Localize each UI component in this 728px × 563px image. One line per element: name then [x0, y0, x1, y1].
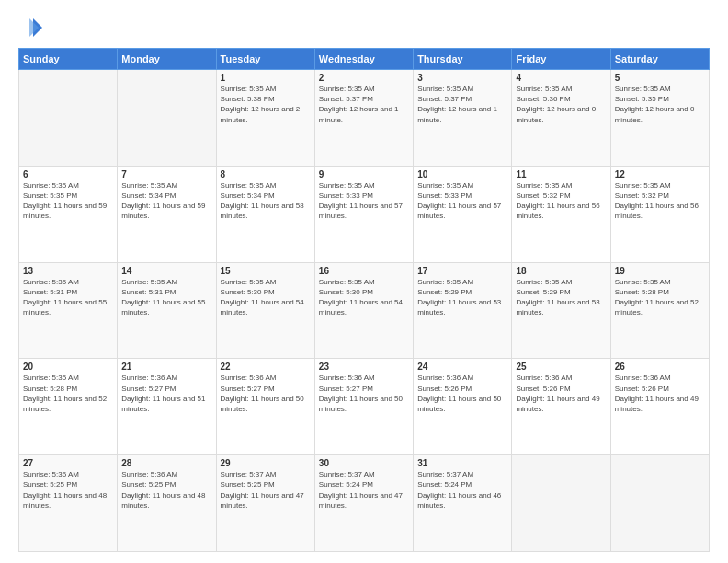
- day-number: 15: [221, 266, 311, 276]
- calendar-cell: 21 Sunrise: 5:36 AMSunset: 5:27 PMDaylig…: [118, 359, 216, 455]
- calendar-cell: 27 Sunrise: 5:36 AMSunset: 5:25 PMDaylig…: [19, 455, 118, 552]
- day-detail: Sunrise: 5:35 AMSunset: 5:29 PMDaylight:…: [417, 277, 507, 318]
- calendar-cell: 24 Sunrise: 5:36 AMSunset: 5:26 PMDaylig…: [414, 359, 512, 455]
- day-detail: Sunrise: 5:37 AMSunset: 5:25 PMDaylight:…: [221, 469, 311, 511]
- day-number: 18: [516, 266, 606, 276]
- day-detail: Sunrise: 5:35 AMSunset: 5:29 PMDaylight:…: [516, 277, 606, 318]
- calendar-cell: 30 Sunrise: 5:37 AMSunset: 5:24 PMDaylig…: [314, 455, 413, 552]
- day-number: 6: [23, 169, 113, 179]
- day-detail: Sunrise: 5:35 AMSunset: 5:31 PMDaylight:…: [23, 277, 113, 318]
- calendar-page: SundayMondayTuesdayWednesdayThursdayFrid…: [0, 0, 728, 563]
- day-detail: Sunrise: 5:37 AMSunset: 5:24 PMDaylight:…: [319, 469, 409, 511]
- day-number: 24: [417, 362, 507, 372]
- weekday-header-monday: Monday: [118, 49, 216, 70]
- day-detail: Sunrise: 5:35 AMSunset: 5:31 PMDaylight:…: [121, 277, 211, 318]
- day-number: 29: [221, 458, 311, 468]
- weekday-header-thursday: Thursday: [414, 49, 512, 70]
- calendar-cell: [118, 70, 216, 167]
- day-number: 19: [615, 266, 705, 276]
- day-number: 20: [23, 362, 113, 372]
- calendar-cell: 22 Sunrise: 5:36 AMSunset: 5:27 PMDaylig…: [216, 359, 314, 455]
- day-detail: Sunrise: 5:35 AMSunset: 5:33 PMDaylight:…: [417, 180, 507, 222]
- calendar-cell: 19 Sunrise: 5:35 AMSunset: 5:28 PMDaylig…: [610, 262, 709, 359]
- day-number: 11: [516, 169, 606, 179]
- day-detail: Sunrise: 5:36 AMSunset: 5:26 PMDaylight:…: [516, 373, 606, 414]
- day-detail: Sunrise: 5:35 AMSunset: 5:28 PMDaylight:…: [23, 373, 113, 414]
- calendar-cell: 13 Sunrise: 5:35 AMSunset: 5:31 PMDaylig…: [19, 262, 118, 359]
- calendar-cell: [19, 70, 118, 167]
- calendar-cell: [610, 455, 709, 552]
- weekday-header-saturday: Saturday: [610, 49, 709, 70]
- day-detail: Sunrise: 5:35 AMSunset: 5:35 PMDaylight:…: [615, 84, 705, 125]
- day-number: 27: [23, 458, 113, 468]
- calendar-cell: 9 Sunrise: 5:35 AMSunset: 5:33 PMDayligh…: [314, 166, 413, 262]
- day-detail: Sunrise: 5:35 AMSunset: 5:36 PMDaylight:…: [516, 84, 606, 125]
- day-detail: Sunrise: 5:37 AMSunset: 5:24 PMDaylight:…: [417, 469, 507, 511]
- week-row-4: 20 Sunrise: 5:35 AMSunset: 5:28 PMDaylig…: [19, 359, 710, 455]
- weekday-header-friday: Friday: [512, 49, 610, 70]
- day-number: 3: [417, 73, 507, 83]
- day-detail: Sunrise: 5:36 AMSunset: 5:25 PMDaylight:…: [121, 469, 211, 511]
- weekday-header-sunday: Sunday: [19, 49, 118, 70]
- day-number: 10: [417, 169, 507, 179]
- calendar-cell: [512, 455, 610, 552]
- calendar-table: SundayMondayTuesdayWednesdayThursdayFrid…: [18, 48, 710, 552]
- weekday-header-row: SundayMondayTuesdayWednesdayThursdayFrid…: [19, 49, 710, 70]
- day-number: 9: [319, 169, 409, 179]
- day-number: 21: [121, 362, 211, 372]
- day-number: 26: [615, 362, 705, 372]
- day-number: 2: [319, 73, 409, 83]
- day-detail: Sunrise: 5:35 AMSunset: 5:30 PMDaylight:…: [319, 277, 409, 318]
- day-detail: Sunrise: 5:35 AMSunset: 5:30 PMDaylight:…: [221, 277, 311, 318]
- day-number: 7: [121, 169, 211, 179]
- day-number: 8: [221, 169, 311, 179]
- day-number: 1: [221, 73, 311, 83]
- day-detail: Sunrise: 5:35 AMSunset: 5:28 PMDaylight:…: [615, 277, 705, 318]
- calendar-cell: 25 Sunrise: 5:36 AMSunset: 5:26 PMDaylig…: [512, 359, 610, 455]
- day-number: 30: [319, 458, 409, 468]
- day-number: 16: [319, 266, 409, 276]
- day-detail: Sunrise: 5:36 AMSunset: 5:27 PMDaylight:…: [319, 373, 409, 414]
- day-detail: Sunrise: 5:36 AMSunset: 5:26 PMDaylight:…: [417, 373, 507, 414]
- day-detail: Sunrise: 5:35 AMSunset: 5:32 PMDaylight:…: [615, 180, 705, 222]
- calendar-cell: 7 Sunrise: 5:35 AMSunset: 5:34 PMDayligh…: [118, 166, 216, 262]
- day-detail: Sunrise: 5:36 AMSunset: 5:26 PMDaylight:…: [615, 373, 705, 414]
- week-row-5: 27 Sunrise: 5:36 AMSunset: 5:25 PMDaylig…: [19, 455, 710, 552]
- day-number: 22: [221, 362, 311, 372]
- day-number: 14: [121, 266, 211, 276]
- week-row-2: 6 Sunrise: 5:35 AMSunset: 5:35 PMDayligh…: [19, 166, 710, 262]
- day-number: 28: [121, 458, 211, 468]
- calendar-cell: 16 Sunrise: 5:35 AMSunset: 5:30 PMDaylig…: [314, 262, 413, 359]
- week-row-1: 1 Sunrise: 5:35 AMSunset: 5:38 PMDayligh…: [19, 70, 710, 167]
- calendar-cell: 10 Sunrise: 5:35 AMSunset: 5:33 PMDaylig…: [414, 166, 512, 262]
- day-number: 13: [23, 266, 113, 276]
- calendar-cell: 1 Sunrise: 5:35 AMSunset: 5:38 PMDayligh…: [216, 70, 314, 167]
- day-detail: Sunrise: 5:35 AMSunset: 5:37 PMDaylight:…: [319, 84, 409, 125]
- day-detail: Sunrise: 5:35 AMSunset: 5:38 PMDaylight:…: [221, 84, 311, 125]
- calendar-cell: 4 Sunrise: 5:35 AMSunset: 5:36 PMDayligh…: [512, 70, 610, 167]
- day-number: 31: [417, 458, 507, 468]
- calendar-cell: 29 Sunrise: 5:37 AMSunset: 5:25 PMDaylig…: [216, 455, 314, 552]
- calendar-cell: 8 Sunrise: 5:35 AMSunset: 5:34 PMDayligh…: [216, 166, 314, 262]
- day-detail: Sunrise: 5:36 AMSunset: 5:25 PMDaylight:…: [23, 469, 113, 511]
- day-detail: Sunrise: 5:35 AMSunset: 5:33 PMDaylight:…: [319, 180, 409, 222]
- header: [18, 15, 710, 40]
- calendar-cell: 28 Sunrise: 5:36 AMSunset: 5:25 PMDaylig…: [118, 455, 216, 552]
- weekday-header-tuesday: Tuesday: [216, 49, 314, 70]
- calendar-cell: 31 Sunrise: 5:37 AMSunset: 5:24 PMDaylig…: [414, 455, 512, 552]
- calendar-cell: 18 Sunrise: 5:35 AMSunset: 5:29 PMDaylig…: [512, 262, 610, 359]
- day-number: 17: [417, 266, 507, 276]
- calendar-cell: 2 Sunrise: 5:35 AMSunset: 5:37 PMDayligh…: [314, 70, 413, 167]
- day-number: 5: [615, 73, 705, 83]
- day-detail: Sunrise: 5:36 AMSunset: 5:27 PMDaylight:…: [121, 373, 211, 414]
- calendar-cell: 26 Sunrise: 5:36 AMSunset: 5:26 PMDaylig…: [610, 359, 709, 455]
- calendar-cell: 6 Sunrise: 5:35 AMSunset: 5:35 PMDayligh…: [19, 166, 118, 262]
- day-detail: Sunrise: 5:35 AMSunset: 5:34 PMDaylight:…: [221, 180, 311, 222]
- logo-icon: [18, 15, 44, 40]
- calendar-cell: 14 Sunrise: 5:35 AMSunset: 5:31 PMDaylig…: [118, 262, 216, 359]
- weekday-header-wednesday: Wednesday: [314, 49, 413, 70]
- day-number: 25: [516, 362, 606, 372]
- day-number: 12: [615, 169, 705, 179]
- day-detail: Sunrise: 5:36 AMSunset: 5:27 PMDaylight:…: [221, 373, 311, 414]
- calendar-cell: 11 Sunrise: 5:35 AMSunset: 5:32 PMDaylig…: [512, 166, 610, 262]
